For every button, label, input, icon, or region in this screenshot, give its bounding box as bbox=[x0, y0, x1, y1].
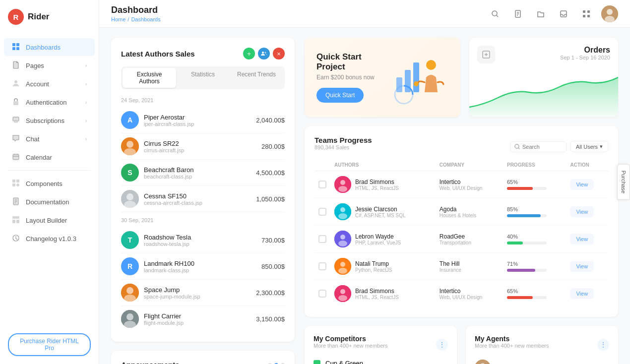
quick-start-button[interactable]: Quick Start bbox=[316, 88, 364, 103]
quick-start-illustration bbox=[389, 48, 448, 107]
svg-rect-5 bbox=[13, 101, 18, 105]
svg-point-17 bbox=[492, 11, 497, 16]
sidebar-item-label: Subscriptions bbox=[26, 117, 64, 124]
orders-icon bbox=[477, 46, 495, 63]
author-info: Beachcraft Baron beachcraft-class.jsp bbox=[144, 166, 256, 180]
svg-point-56 bbox=[340, 235, 345, 240]
author-row: A Piper Aerostar iper-aircraft-class.jsp… bbox=[121, 107, 285, 133]
author-row: Space Jump space-jump-module.jsp 2,300.0… bbox=[121, 280, 285, 306]
agent-avatar bbox=[475, 360, 491, 364]
team-member-tech: HTML, JS, ReactJS bbox=[355, 295, 399, 300]
search-topbar-button[interactable] bbox=[487, 6, 503, 22]
tab-exclusive-authors[interactable]: Exclusive Authors bbox=[123, 68, 176, 88]
breadcrumb-home[interactable]: Home bbox=[111, 16, 126, 22]
agents-more-icon[interactable]: ⋮ bbox=[597, 339, 609, 351]
svg-point-36 bbox=[126, 287, 133, 294]
tab-recent-trends[interactable]: Recent Trends bbox=[230, 68, 283, 88]
table-row: Brad Simmons HTML, JS, ReactJS Intertico… bbox=[315, 171, 608, 198]
table-row: Lebron Wayde PHP, Laravel, VueJS RoadGee… bbox=[315, 226, 608, 253]
table-row: Jessie Clarcson C#, ASP.NET, MS SQL Agod… bbox=[315, 198, 608, 226]
svg-rect-43 bbox=[413, 62, 419, 92]
my-agents-card: My Agents More than 400+ new members ⋮ A… bbox=[466, 326, 618, 364]
progress-bar bbox=[507, 242, 523, 244]
svg-point-60 bbox=[338, 268, 347, 274]
team-member-name: Brad Simmons bbox=[355, 179, 399, 185]
company-name: The Hill bbox=[440, 260, 499, 267]
company-name: Intertico bbox=[440, 288, 499, 295]
users-icon-btn[interactable] bbox=[258, 48, 270, 60]
chevron-right-icon: › bbox=[85, 100, 87, 105]
quick-start-title: Quick Start Project bbox=[316, 52, 389, 72]
sidebar-item-subscriptions[interactable]: Subscriptions › bbox=[4, 112, 95, 129]
sidebar-item-components[interactable]: Components bbox=[4, 175, 95, 192]
sidebar-item-label: Dashboards bbox=[26, 44, 61, 51]
sidebar-item-calendar[interactable]: Calendar bbox=[4, 148, 95, 166]
bottom-row: My Competitors More than 400+ new member… bbox=[305, 326, 618, 364]
company-sub: Insurance bbox=[440, 267, 499, 273]
add-icon-btn[interactable]: + bbox=[243, 48, 255, 60]
sidebar: R Rider Dashboards Pages › Account › bbox=[0, 0, 99, 364]
grid-topbar-button[interactable] bbox=[578, 6, 594, 22]
svg-point-51 bbox=[338, 186, 347, 192]
row-checkbox[interactable] bbox=[318, 235, 326, 243]
author-amount: 2,300.00$ bbox=[256, 289, 285, 297]
inbox-topbar-button[interactable] bbox=[556, 6, 571, 22]
topbar-right bbox=[487, 5, 618, 22]
author-info: Piper Aerostar iper-aircraft-class.jsp bbox=[144, 114, 256, 127]
row-checkbox[interactable] bbox=[318, 290, 326, 298]
view-button[interactable]: View bbox=[570, 288, 594, 299]
view-button[interactable]: View bbox=[570, 179, 594, 190]
my-competitors-card: My Competitors More than 400+ new member… bbox=[305, 326, 457, 364]
sidebar-item-dashboards[interactable]: Dashboards bbox=[4, 38, 95, 56]
user-avatar[interactable] bbox=[601, 5, 618, 22]
sidebar-item-label: Documentation bbox=[26, 198, 69, 206]
teams-search-input[interactable] bbox=[522, 144, 562, 150]
sidebar-item-layout-builder[interactable]: Layout Builder bbox=[4, 211, 95, 229]
sidebar-item-account[interactable]: Account › bbox=[4, 75, 95, 93]
changelog-icon bbox=[12, 234, 21, 243]
card-header: Latest Authors Sales + × bbox=[121, 48, 285, 60]
teams-search-box[interactable] bbox=[510, 141, 567, 152]
orders-card: Orders Sep 1 - Sep 16 2020 bbox=[469, 38, 618, 117]
lock-icon bbox=[12, 98, 21, 107]
svg-point-4 bbox=[14, 80, 17, 83]
view-button[interactable]: View bbox=[570, 234, 594, 244]
agents-subtitle: More than 400+ new members bbox=[475, 343, 549, 349]
sidebar-item-pages[interactable]: Pages › bbox=[4, 57, 95, 74]
svg-rect-16 bbox=[16, 220, 19, 223]
svg-rect-20 bbox=[583, 10, 585, 13]
row-checkbox[interactable] bbox=[318, 208, 326, 216]
svg-point-63 bbox=[338, 295, 347, 301]
competitors-more-icon[interactable]: ⋮ bbox=[436, 339, 448, 351]
doc-icon bbox=[12, 197, 21, 206]
row-checkbox[interactable] bbox=[318, 262, 326, 270]
folder-topbar-button[interactable] bbox=[533, 6, 549, 22]
orders-title: Orders bbox=[560, 46, 610, 55]
teams-header: Teams Progress 890,344 Sales All Users ▾ bbox=[315, 136, 608, 157]
teams-filter-button[interactable]: All Users ▾ bbox=[570, 141, 608, 152]
agents-title-section: My Agents More than 400+ new members bbox=[475, 335, 549, 355]
sidebar-item-changelog[interactable]: Changelog v1.0.3 bbox=[4, 230, 95, 247]
tab-statistics[interactable]: Statistics bbox=[176, 68, 230, 88]
sidebar-item-chat[interactable]: Chat › bbox=[4, 130, 95, 148]
svg-point-54 bbox=[338, 213, 347, 219]
purchase-button[interactable]: Purchase Rider HTML Pro bbox=[8, 333, 91, 356]
view-button[interactable]: View bbox=[570, 261, 594, 272]
purchase-side-tag[interactable]: Purchase bbox=[617, 164, 630, 200]
view-button[interactable]: View bbox=[570, 206, 594, 217]
orders-title-section: Orders Sep 1 - Sep 16 2020 bbox=[560, 46, 610, 61]
sidebar-item-authentication[interactable]: Authentication › bbox=[4, 93, 95, 111]
table-row: Brad Simmons HTML, JS, ReactJS Intertico… bbox=[315, 280, 608, 307]
competitors-title: My Competitors bbox=[314, 335, 388, 343]
document-topbar-button[interactable] bbox=[510, 6, 526, 22]
company-sub: Houses & Hotels bbox=[440, 213, 499, 218]
close-icon-btn[interactable]: × bbox=[273, 48, 285, 60]
author-info: Roadshow Tesla roadshow-tesla.jsp bbox=[144, 234, 261, 247]
file-icon bbox=[12, 61, 21, 70]
col-authors: AUTHORS bbox=[330, 159, 436, 171]
company-sub: Transportation bbox=[440, 240, 499, 245]
row-checkbox[interactable] bbox=[318, 181, 326, 188]
chevron-right-icon: › bbox=[85, 63, 87, 68]
author-info: Space Jump space-jump-module.jsp bbox=[144, 286, 256, 300]
sidebar-item-documentation[interactable]: Documentation bbox=[4, 193, 95, 211]
